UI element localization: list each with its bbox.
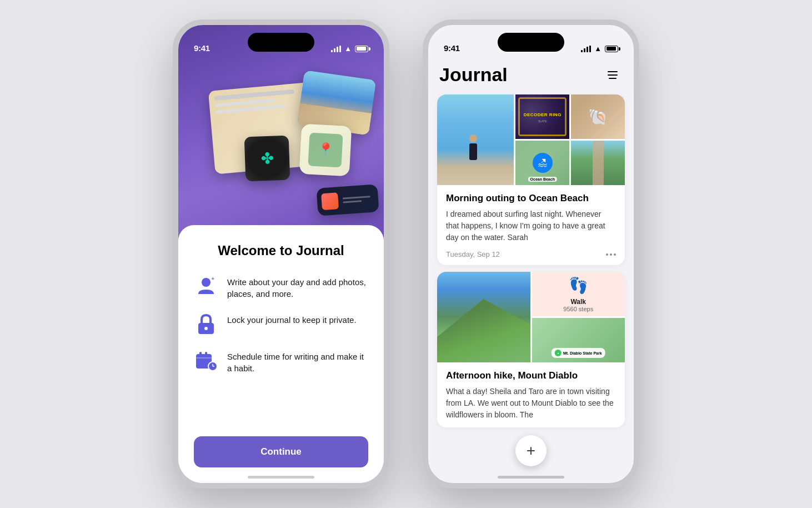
wifi-icon: ▲ [344, 44, 352, 53]
journal-screen: Journal [428, 57, 634, 483]
menu-line-1 [608, 71, 618, 72]
photo-walk: 👣 Walk 9560 steps [532, 272, 625, 316]
entry-photo-grid-2: 👣 Walk 9560 steps Mt. Diablo State Park [437, 272, 625, 362]
hero-card-music [316, 184, 379, 216]
lock-icon [196, 313, 216, 335]
fab-new-entry[interactable]: + [515, 435, 547, 466]
feature-icon-lock [194, 312, 218, 336]
map-location-label: Ocean Beach [528, 177, 557, 182]
entry-excerpt-1: I dreamed about surfing last night. When… [446, 208, 616, 243]
hero-card-map: 📍 [299, 124, 352, 177]
home-indicator-2 [498, 476, 564, 479]
calendar-clock-icon [195, 350, 217, 372]
photo-shell: 🐚 [571, 94, 625, 139]
location-pin-icon [555, 350, 562, 356]
welcome-title: Welcome to Journal [194, 243, 368, 258]
svg-point-3 [204, 327, 208, 330]
photo-road [571, 141, 625, 185]
svg-text:✦: ✦ [210, 276, 215, 282]
map-pin-icon-2: 🏖 [538, 157, 548, 169]
phone-journal: 9:41 ▲ Journal [423, 19, 639, 489]
journal-title: Journal [439, 64, 508, 86]
entry-footer-1: Tuesday, Sep 12 [437, 250, 625, 265]
feature-text-schedule: Schedule time for writing and make it a … [227, 348, 368, 374]
continue-button[interactable]: Continue [194, 436, 368, 467]
entry-body-1: Morning outing to Ocean Beach I dreamed … [437, 185, 625, 250]
feature-item-write: ✦ Write about your day and add photos, p… [194, 274, 368, 300]
entry-card-mount-diablo[interactable]: 👣 Walk 9560 steps Mt. Diablo State Park [437, 272, 625, 427]
journal-header: Journal [428, 57, 634, 90]
entry-photo-grid-1: DECODER RING SLATE 🐚 🏖 Ocean Beach [437, 94, 625, 185]
battery-fill-2 [607, 47, 616, 51]
status-time-phone1: 9:41 [194, 43, 210, 53]
feature-text-lock: Lock your journal to keep it private. [227, 312, 368, 326]
signal-icon [331, 46, 341, 52]
menu-line-2 [608, 74, 618, 76]
entry-card-ocean-beach[interactable]: DECODER RING SLATE 🐚 🏖 Ocean Beach [437, 94, 625, 265]
entry-excerpt-2: What a day! Sheila and Taro are in town … [446, 386, 616, 421]
music-artist-line [343, 200, 362, 203]
fab-plus-icon: + [527, 443, 535, 459]
podcast-subtitle: SLATE [538, 119, 547, 123]
beach-person [468, 135, 479, 162]
hero-card-fitness: ✤ [244, 136, 290, 182]
battery-icon-2 [605, 46, 618, 52]
shell-icon: 🐚 [588, 108, 608, 126]
location-label: Mt. Diablo State Park [563, 351, 602, 355]
svg-rect-5 [199, 352, 202, 356]
entry-headline-1: Morning outing to Ocean Beach [446, 193, 616, 204]
dynamic-island [248, 33, 314, 52]
feature-item-lock: Lock your journal to keep it private. [194, 312, 368, 336]
journal-entries: DECODER RING SLATE 🐚 🏖 Ocean Beach [428, 90, 634, 432]
hero-cards-container: ✤ 📍 [178, 58, 384, 247]
map-location-badge: 🏖 [533, 153, 553, 173]
mountain-shape [437, 299, 530, 362]
menu-button[interactable] [603, 65, 623, 85]
map-pin-icon: 📍 [317, 142, 334, 158]
photo-beach [437, 94, 514, 185]
music-title-line [343, 196, 370, 200]
music-album-art [321, 192, 339, 210]
photo-mountain [437, 272, 530, 362]
battery-icon [355, 46, 368, 52]
walk-steps: 9560 steps [563, 306, 593, 312]
feature-icon-schedule [194, 348, 218, 373]
entry-more-button-1[interactable] [606, 253, 616, 256]
entry-headline-2: Afternoon hike, Mount Diablo [446, 370, 616, 381]
svg-rect-7 [196, 357, 212, 358]
signal-icon-2 [581, 46, 591, 52]
phone-welcome: 9:41 ▲ [173, 19, 389, 489]
dynamic-island-2 [498, 33, 564, 52]
walk-label: Walk [563, 298, 593, 306]
photo-map-ocean-beach: 🏖 Ocean Beach [515, 141, 569, 185]
fitness-icon: ✤ [260, 149, 274, 168]
location-badge: Mt. Diablo State Park [552, 348, 605, 358]
entry-date-1: Tuesday, Sep 12 [446, 250, 500, 258]
feature-list: ✦ Write about your day and add photos, p… [194, 274, 368, 423]
wifi-icon-2: ▲ [594, 44, 602, 53]
battery-fill [357, 47, 366, 51]
person-sparkle-icon: ✦ [195, 275, 217, 297]
hero-background: ✤ 📍 [178, 25, 384, 247]
status-time-phone2: 9:41 [444, 43, 460, 53]
welcome-card: Welcome to Journal ✦ Write about your da… [178, 225, 384, 483]
menu-line-3 [609, 78, 616, 79]
feature-icon-write: ✦ [194, 274, 218, 298]
podcast-title: DECODER RING [522, 111, 564, 120]
svg-rect-6 [205, 352, 207, 356]
photo-podcast: DECODER RING SLATE [515, 94, 569, 139]
status-icons-phone1: ▲ [331, 44, 368, 53]
status-icons-phone2: ▲ [581, 44, 618, 53]
music-info [343, 196, 374, 203]
home-indicator [248, 476, 314, 479]
photo-location-mt-diablo: Mt. Diablo State Park [532, 318, 625, 362]
entry-body-2: Afternoon hike, Mount Diablo What a day!… [437, 362, 625, 427]
svg-point-0 [202, 278, 210, 287]
walk-icon: 👣 [569, 276, 588, 295]
feature-item-schedule: Schedule time for writing and make it a … [194, 348, 368, 374]
feature-text-write: Write about your day and add photos, pla… [227, 274, 368, 300]
